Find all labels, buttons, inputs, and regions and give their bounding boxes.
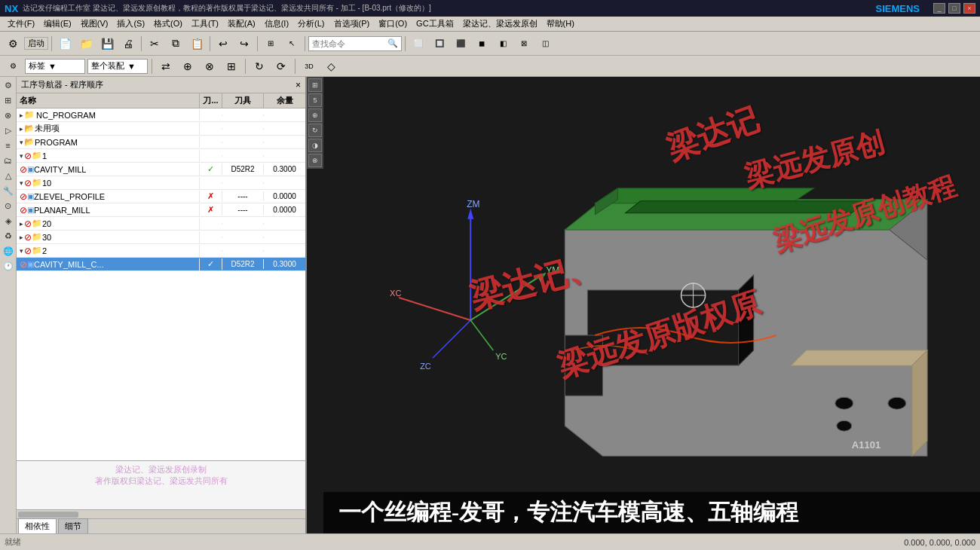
nav-panel-close[interactable]: × <box>296 80 301 90</box>
search-input[interactable] <box>312 39 387 48</box>
tree-row[interactable]: ▸ ⊘ 📁 30 <box>17 231 305 244</box>
start-button[interactable]: 启动 <box>24 37 48 50</box>
scene-canvas[interactable]: ZM YM ZC YC XC <box>323 77 980 533</box>
menu-file[interactable]: 文件(F) <box>3 17 39 31</box>
expand-icon[interactable]: ▾ <box>20 179 23 187</box>
resource-btn[interactable]: ⚙ <box>3 57 23 75</box>
tab-detail[interactable]: 细节 <box>58 518 88 533</box>
status-bar: 就绪 0.000, 0.000, 0.000 <box>0 533 980 550</box>
vp-section-btn[interactable]: ⊗ <box>308 154 322 167</box>
view-btn4[interactable]: ◼ <box>472 35 492 53</box>
search-icon[interactable]: 🔍 <box>387 38 398 48</box>
new-btn[interactable]: 📄 <box>55 35 75 53</box>
reuse-icon[interactable]: ♻ <box>2 229 15 243</box>
vp-zoom-btn[interactable]: 5 <box>308 93 322 107</box>
menu-help[interactable]: 帮助(H) <box>542 17 579 31</box>
cut-btn[interactable]: ✂ <box>145 35 164 53</box>
orient2-btn[interactable]: ⊗ <box>200 57 219 75</box>
expand-icon[interactable]: ▾ <box>20 152 23 160</box>
close-button[interactable]: × <box>963 3 975 14</box>
menu-edit[interactable]: 编辑(E) <box>39 17 76 31</box>
view-btn3[interactable]: ⬛ <box>451 35 470 53</box>
geometry-icon[interactable]: △ <box>2 169 15 182</box>
menu-window[interactable]: 窗口(O) <box>374 17 412 31</box>
expand-icon[interactable]: ▾ <box>20 139 23 146</box>
paste-btn[interactable]: 📋 <box>187 35 207 53</box>
tab-dependency[interactable]: 相依性 <box>18 518 57 533</box>
layer-icon[interactable]: ≡ <box>2 139 15 152</box>
resource-icon[interactable]: ⚙ <box>2 78 15 92</box>
tree-row[interactable]: ⊘ ▣ PLANAR_MILL ✗ ---- 0.0000 <box>17 203 305 217</box>
web-icon[interactable]: 🌐 <box>2 244 15 258</box>
tree-row[interactable]: ▾ ⊘ 📁 1 <box>17 149 305 163</box>
view-btn5[interactable]: ◧ <box>493 35 513 53</box>
open-btn[interactable]: 📁 <box>76 35 96 53</box>
shape-btn[interactable]: ◇ <box>321 57 341 75</box>
cycle-btn[interactable]: ⟳ <box>271 57 291 75</box>
vp-render-btn[interactable]: ◑ <box>308 139 322 152</box>
minimize-button[interactable]: _ <box>933 3 945 14</box>
vp-pan-btn[interactable]: ⊕ <box>308 108 322 122</box>
menu-tools[interactable]: 工具(T) <box>187 17 223 31</box>
snap2-btn[interactable]: ⊞ <box>222 57 241 75</box>
tree-row[interactable]: ▾ ⊘ 📁 2 <box>17 244 305 258</box>
redo-btn[interactable]: ↪ <box>234 35 254 53</box>
maximize-button[interactable]: □ <box>948 3 960 14</box>
expand-icon[interactable]: ▾ <box>20 247 23 255</box>
expand-icon[interactable]: ▸ <box>20 125 23 133</box>
rotate-btn[interactable]: ↻ <box>250 57 269 75</box>
constraint-icon[interactable]: ⊗ <box>2 108 15 122</box>
select-btn[interactable]: ↖ <box>282 35 302 53</box>
nc-nav-icon[interactable]: 🗂 <box>2 154 15 167</box>
assembly-icon[interactable]: ⊞ <box>2 93 15 107</box>
menu-format[interactable]: 格式(O) <box>149 17 187 31</box>
menu-info[interactable]: 信息(I) <box>260 17 293 31</box>
search-box[interactable]: 🔍 <box>308 36 402 51</box>
3d-btn[interactable]: 3D <box>299 57 319 75</box>
scroll-thumb-h[interactable] <box>18 512 78 518</box>
view-btn1[interactable]: ⬜ <box>409 35 428 53</box>
view-btn6[interactable]: ⊠ <box>514 35 534 53</box>
menu-gctoolbox[interactable]: GC工具箱 <box>412 17 458 31</box>
feature-icon[interactable]: ◈ <box>2 214 15 228</box>
tree-row[interactable]: ▾ 📂 PROGRAM <box>17 136 305 149</box>
method-icon[interactable]: ⊙ <box>2 199 15 212</box>
menu-analysis[interactable]: 分析(L) <box>293 17 329 31</box>
tool-cell <box>222 250 264 252</box>
nav-scrollbar-h[interactable] <box>17 509 305 518</box>
save-btn[interactable]: 💾 <box>97 35 117 53</box>
tool-icon[interactable]: 🔧 <box>2 184 15 197</box>
view-btn2[interactable]: 🔲 <box>430 35 449 53</box>
assembly-dropdown[interactable]: 整个装配 ▼ <box>87 59 148 74</box>
vp-fit-btn[interactable]: ⊞ <box>308 78 322 92</box>
label-dropdown[interactable]: 标签 ▼ <box>25 59 85 74</box>
viewport[interactable]: ⊞ 5 ⊕ ↻ ◑ ⊗ ZM YM <box>307 77 980 533</box>
tree-row-selected[interactable]: ⊘ ▣ CAVITY_MILL_C... ✓ D52R2 0.3000 <box>17 258 305 271</box>
undo-btn[interactable]: ↩ <box>213 35 233 53</box>
expand-icon[interactable]: ▸ <box>20 220 23 228</box>
menu-preferences[interactable]: 首选项(P) <box>329 17 375 31</box>
tree-row[interactable]: ▸ ⊘ 📁 20 <box>17 217 305 231</box>
print-btn[interactable]: 🖨 <box>118 35 138 53</box>
move-btn[interactable]: ⇄ <box>156 57 176 75</box>
settings-btn[interactable]: ⚙ <box>3 35 23 53</box>
tree-area[interactable]: ▸ 📁 NC_PROGRAM ▸ 📂 未用项 <box>17 108 305 460</box>
history-icon[interactable]: 🕐 <box>2 259 15 273</box>
menu-view[interactable]: 视图(V) <box>76 17 113 31</box>
tree-row[interactable]: ▸ 📁 NC_PROGRAM <box>17 108 305 122</box>
tree-row[interactable]: ▾ ⊘ 📁 10 <box>17 176 305 190</box>
copy-btn[interactable]: ⧉ <box>166 35 185 53</box>
tree-row[interactable]: ⊘ ▣ ZLEVEL_PROFILE ✗ ---- 0.0000 <box>17 190 305 203</box>
menu-assembly[interactable]: 装配(A) <box>223 17 260 31</box>
vp-rotate-btn[interactable]: ↻ <box>308 124 322 137</box>
view-btn7[interactable]: ◫ <box>535 35 555 53</box>
tree-row[interactable]: ▸ 📂 未用项 <box>17 122 305 136</box>
tree-row[interactable]: ⊘ ▣ CAVITY_MILL ✓ D52R2 0.3000 <box>17 163 305 176</box>
expand-icon[interactable]: ▸ <box>20 112 23 119</box>
motion-icon[interactable]: ▷ <box>2 124 15 137</box>
snap-btn[interactable]: ⊞ <box>261 35 280 53</box>
expand-icon[interactable]: ▸ <box>20 234 23 241</box>
menu-insert[interactable]: 插入(S) <box>112 17 149 31</box>
orient1-btn[interactable]: ⊕ <box>178 57 198 75</box>
menu-author[interactable]: 梁达记、梁远发原创 <box>458 17 542 31</box>
